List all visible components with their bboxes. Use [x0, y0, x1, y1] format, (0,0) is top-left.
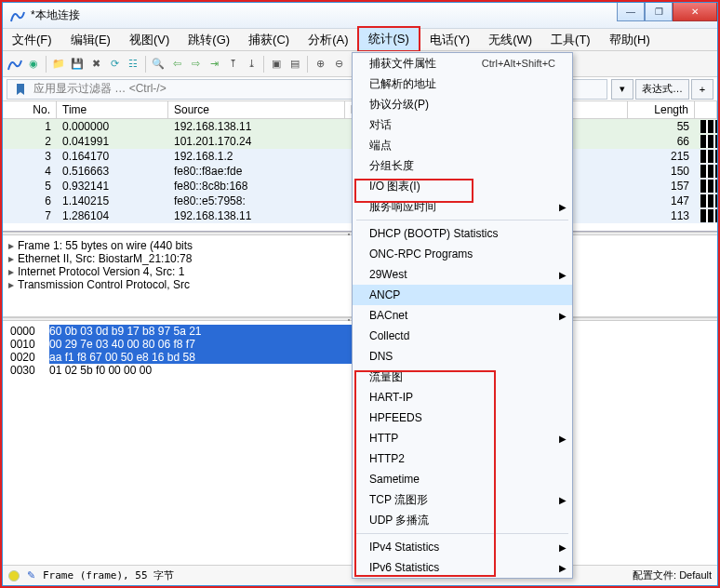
zoom-in-icon[interactable]: ⊕: [312, 56, 328, 73]
add-filter-button[interactable]: +: [691, 79, 713, 100]
status-text: Frame (frame), 55 字节: [43, 568, 174, 582]
first-icon[interactable]: ⤒: [224, 56, 241, 73]
menu-item[interactable]: BACnet▶: [353, 305, 572, 326]
menu-item[interactable]: ANCP: [353, 285, 572, 305]
menu-item[interactable]: 29West▶: [353, 264, 572, 285]
menu-item-0[interactable]: 文件(F): [3, 29, 61, 51]
jump-icon[interactable]: ⇥: [206, 56, 222, 73]
menu-item-4[interactable]: 捕获(C): [239, 29, 299, 51]
menu-item[interactable]: 服务响应时间▶: [353, 196, 572, 217]
menu-item[interactable]: DNS: [353, 346, 572, 367]
menu-item[interactable]: UDP 多播流: [353, 510, 572, 530]
capture-options-icon[interactable]: ◉: [25, 56, 42, 73]
col-no[interactable]: No.: [3, 101, 57, 118]
menu-item[interactable]: HPFEEDS: [353, 408, 572, 428]
menu-item[interactable]: HTTP2: [353, 448, 572, 469]
col-bargraph: [695, 101, 717, 118]
menu-item[interactable]: 协议分级(P): [353, 94, 572, 114]
prev-icon[interactable]: ⇦: [168, 56, 185, 73]
find-icon[interactable]: 🔍: [150, 56, 167, 73]
menu-item-7[interactable]: 电话(Y): [420, 29, 479, 51]
col-time[interactable]: Time: [57, 101, 168, 118]
close-button[interactable]: ✕: [673, 3, 717, 21]
menu-item[interactable]: Sametime: [353, 469, 572, 489]
col-source[interactable]: Source: [168, 101, 345, 118]
menu-item-2[interactable]: 视图(V): [120, 29, 179, 51]
submenu-arrow-icon: ▶: [559, 311, 567, 321]
edit-icon[interactable]: ✎: [27, 569, 35, 581]
reload-icon[interactable]: ⟳: [106, 56, 123, 73]
menu-item-8[interactable]: 无线(W): [479, 29, 541, 51]
menu-item[interactable]: TCP 流图形▶: [353, 489, 572, 510]
menu-item-9[interactable]: 工具(T): [541, 29, 600, 51]
settings-page-icon[interactable]: ☷: [125, 56, 141, 73]
minimize-button[interactable]: —: [617, 3, 645, 21]
menu-item[interactable]: 分组长度: [353, 155, 572, 176]
save-icon[interactable]: 💾: [69, 56, 86, 73]
submenu-arrow-icon: ▶: [559, 563, 567, 573]
menu-item[interactable]: 对话: [353, 114, 572, 135]
menu-item[interactable]: Collectd: [353, 326, 572, 346]
shortcut-label: Ctrl+Alt+Shift+C: [482, 58, 555, 69]
close-file-icon[interactable]: ✖: [87, 56, 104, 73]
menu-separator: [356, 220, 568, 220]
expand-icon[interactable]: ▸: [8, 239, 18, 252]
colorize-icon[interactable]: ▤: [287, 56, 303, 73]
submenu-arrow-icon: ▶: [559, 270, 567, 280]
autoscroll-icon[interactable]: ▣: [268, 56, 285, 73]
submenu-arrow-icon: ▶: [559, 434, 567, 444]
menu-item-3[interactable]: 跳转(G): [179, 29, 239, 51]
menu-item[interactable]: I/O 图表(I): [353, 176, 572, 196]
app-fin-icon: [10, 8, 25, 23]
menu-item[interactable]: HART-IP: [353, 387, 572, 408]
submenu-arrow-icon: ▶: [559, 542, 567, 553]
expand-icon[interactable]: ▸: [8, 252, 18, 265]
zoom-out-icon[interactable]: ⊖: [330, 56, 347, 73]
menu-item-6[interactable]: 统计(S): [357, 26, 420, 52]
menu-item[interactable]: IPv4 Statistics▶: [353, 537, 572, 557]
menu-item[interactable]: DHCP (BOOTP) Statistics: [353, 223, 572, 244]
last-icon[interactable]: ⤓: [243, 56, 260, 73]
filter-dropdown-button[interactable]: ▾: [611, 79, 633, 100]
statistics-menu-dropdown: 捕获文件属性Ctrl+Alt+Shift+C已解析的地址协议分级(P)对话端点分…: [352, 52, 573, 579]
next-icon[interactable]: ⇨: [187, 56, 204, 73]
col-length[interactable]: Length: [628, 101, 695, 118]
filter-placeholder: 应用显示过滤器 … <Ctrl-/>: [33, 81, 167, 97]
maximize-button[interactable]: ❐: [645, 3, 673, 21]
window-title: *本地连接: [31, 7, 617, 23]
profile-label[interactable]: 配置文件: Default: [633, 568, 712, 582]
app-fin-icon[interactable]: [7, 56, 23, 73]
menu-item[interactable]: 已解析的地址: [353, 74, 572, 94]
menu-item[interactable]: 端点: [353, 135, 572, 155]
menu-item[interactable]: 流量图: [353, 367, 572, 387]
menu-separator: [356, 533, 568, 534]
menubar: 文件(F)编辑(E)视图(V)跳转(G)捕获(C)分析(A)统计(S)电话(Y)…: [3, 29, 717, 51]
menu-item[interactable]: 捕获文件属性Ctrl+Alt+Shift+C: [353, 53, 572, 74]
menu-item[interactable]: ONC-RPC Programs: [353, 244, 572, 264]
bookmark-icon: [13, 82, 28, 97]
menu-item[interactable]: HTTP▶: [353, 428, 572, 448]
submenu-arrow-icon: ▶: [559, 202, 567, 212]
expand-icon[interactable]: ▸: [8, 265, 18, 278]
open-icon[interactable]: 📁: [50, 56, 67, 73]
menu-item-1[interactable]: 编辑(E): [61, 29, 120, 51]
menu-item[interactable]: IPv6 Statistics▶: [353, 557, 572, 578]
expression-button[interactable]: 表达式…: [635, 79, 689, 100]
expert-info-icon[interactable]: [8, 570, 20, 581]
menu-item-10[interactable]: 帮助(H): [600, 29, 660, 51]
expand-icon[interactable]: ▸: [8, 278, 18, 291]
submenu-arrow-icon: ▶: [559, 495, 567, 505]
menu-item-5[interactable]: 分析(A): [299, 29, 357, 51]
